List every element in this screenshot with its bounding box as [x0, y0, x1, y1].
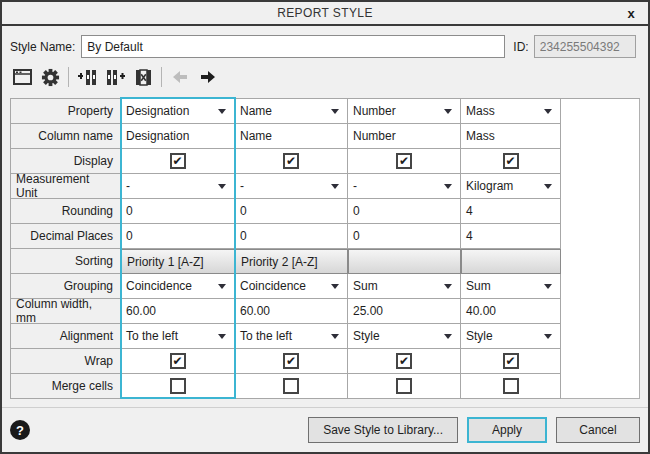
column-name-cell[interactable]: Number — [348, 124, 461, 149]
column-name-cell[interactable]: Name — [235, 124, 348, 149]
id-label: ID: — [513, 40, 528, 54]
chevron-down-icon — [444, 334, 452, 339]
display-cell — [348, 149, 461, 174]
column-width-cell[interactable]: 60.00 — [235, 299, 348, 324]
property-dropdown[interactable]: Designation — [121, 99, 235, 124]
column-width-cell[interactable]: 25.00 — [348, 299, 461, 324]
alignment-dropdown[interactable]: Style — [461, 324, 561, 349]
measurement-unit-dropdown[interactable]: Kilogram — [461, 174, 561, 199]
wrap-checkbox[interactable] — [503, 353, 519, 369]
footer: ? Save Style to Library... Apply Cancel — [2, 408, 648, 452]
wrap-checkbox[interactable] — [283, 353, 299, 369]
rounding-cell[interactable]: 0 — [348, 199, 461, 224]
help-icon[interactable]: ? — [10, 420, 30, 440]
chevron-down-icon — [331, 334, 339, 339]
decimal-places-cell[interactable]: 0 — [235, 224, 348, 249]
row-label-rounding: Rounding — [11, 199, 121, 224]
wrap-cell — [348, 349, 461, 374]
wrap-checkbox[interactable] — [396, 353, 412, 369]
save-style-to-library-button[interactable]: Save Style to Library... — [308, 417, 458, 443]
chevron-down-icon — [544, 284, 552, 289]
dialog-title: REPORT STYLE — [277, 6, 373, 20]
close-icon[interactable]: x — [622, 4, 640, 22]
row-label-wrap: Wrap — [11, 349, 121, 374]
display-checkbox[interactable] — [170, 153, 186, 169]
row-label-column-name: Column name — [11, 124, 121, 149]
grouping-dropdown[interactable]: Coincidence — [235, 274, 348, 299]
display-checkbox[interactable] — [283, 153, 299, 169]
row-label-alignment: Alignment — [11, 324, 121, 349]
style-name-input[interactable] — [81, 35, 505, 58]
row-label-property: Property — [11, 99, 121, 124]
insert-column-before-icon[interactable] — [75, 66, 99, 88]
row-label-sorting: Sorting — [11, 249, 121, 274]
row-label-decimal-places: Decimal Places — [11, 224, 121, 249]
property-dropdown[interactable]: Number — [348, 99, 461, 124]
measurement-unit-dropdown[interactable]: - — [348, 174, 461, 199]
column-width-cell[interactable]: 60.00 — [121, 299, 235, 324]
merge-cells-checkbox[interactable] — [283, 378, 299, 394]
display-checkbox[interactable] — [503, 153, 519, 169]
measurement-unit-dropdown[interactable]: - — [235, 174, 348, 199]
sorting-button[interactable] — [348, 249, 461, 274]
chevron-down-icon — [444, 109, 452, 114]
settings-gear-icon[interactable] — [38, 66, 62, 88]
sorting-button[interactable] — [461, 249, 561, 274]
property-dropdown[interactable]: Mass — [461, 99, 561, 124]
style-table: Property Designation Name Number Mass Co… — [10, 98, 640, 399]
title-bar: REPORT STYLE x — [2, 2, 648, 26]
chevron-down-icon — [331, 184, 339, 189]
merge-cells-checkbox[interactable] — [170, 378, 186, 394]
move-column-right-icon[interactable] — [196, 66, 220, 88]
merge-cells-checkbox[interactable] — [396, 378, 412, 394]
row-label-measurement-unit: Measurement Unit — [11, 174, 121, 199]
alignment-dropdown[interactable]: To the left — [235, 324, 348, 349]
decimal-places-cell[interactable]: 4 — [461, 224, 561, 249]
rounding-cell[interactable]: 0 — [121, 199, 235, 224]
grouping-dropdown[interactable]: Sum — [461, 274, 561, 299]
insert-column-after-icon[interactable] — [103, 66, 127, 88]
chevron-down-icon — [331, 284, 339, 289]
display-cell — [461, 149, 561, 174]
sorting-button[interactable]: Priority 2 [A-Z] — [235, 249, 348, 274]
grouping-dropdown[interactable]: Coincidence — [121, 274, 235, 299]
move-column-left-icon — [168, 66, 192, 88]
sorting-button[interactable]: Priority 1 [A-Z] — [121, 249, 235, 274]
chevron-down-icon — [218, 109, 226, 114]
toolbar-separator — [161, 67, 162, 87]
merge-cells-checkbox[interactable] — [503, 378, 519, 394]
rounding-cell[interactable]: 0 — [235, 199, 348, 224]
merge-cells-cell — [121, 374, 235, 399]
grouping-dropdown[interactable]: Sum — [348, 274, 461, 299]
rounding-cell[interactable]: 4 — [461, 199, 561, 224]
chevron-down-icon — [444, 284, 452, 289]
measurement-unit-dropdown[interactable]: - — [121, 174, 235, 199]
report-template-icon[interactable] — [10, 66, 34, 88]
chevron-down-icon — [544, 109, 552, 114]
display-cell — [121, 149, 235, 174]
style-grid: Property Designation Name Number Mass Co… — [10, 98, 640, 399]
chevron-down-icon — [331, 109, 339, 114]
column-width-cell[interactable]: 40.00 — [461, 299, 561, 324]
chevron-down-icon — [544, 334, 552, 339]
wrap-checkbox[interactable] — [170, 353, 186, 369]
cancel-button[interactable]: Cancel — [556, 417, 640, 443]
display-checkbox[interactable] — [396, 153, 412, 169]
merge-cells-cell — [348, 374, 461, 399]
alignment-dropdown[interactable]: To the left — [121, 324, 235, 349]
row-label-merge-cells: Merge cells — [11, 374, 121, 399]
style-name-row: Style Name: ID: — [10, 35, 640, 58]
decimal-places-cell[interactable]: 0 — [348, 224, 461, 249]
decimal-places-cell[interactable]: 0 — [121, 224, 235, 249]
report-style-dialog: REPORT STYLE x Style Name: ID: — [0, 0, 650, 454]
column-name-cell[interactable]: Designation — [121, 124, 235, 149]
chevron-down-icon — [444, 184, 452, 189]
merge-cells-cell — [235, 374, 348, 399]
delete-column-icon[interactable] — [131, 66, 155, 88]
property-dropdown[interactable]: Name — [235, 99, 348, 124]
apply-button[interactable]: Apply — [467, 417, 547, 443]
style-name-label: Style Name: — [10, 40, 75, 54]
chevron-down-icon — [544, 184, 552, 189]
column-name-cell[interactable]: Mass — [461, 124, 561, 149]
alignment-dropdown[interactable]: Style — [348, 324, 461, 349]
